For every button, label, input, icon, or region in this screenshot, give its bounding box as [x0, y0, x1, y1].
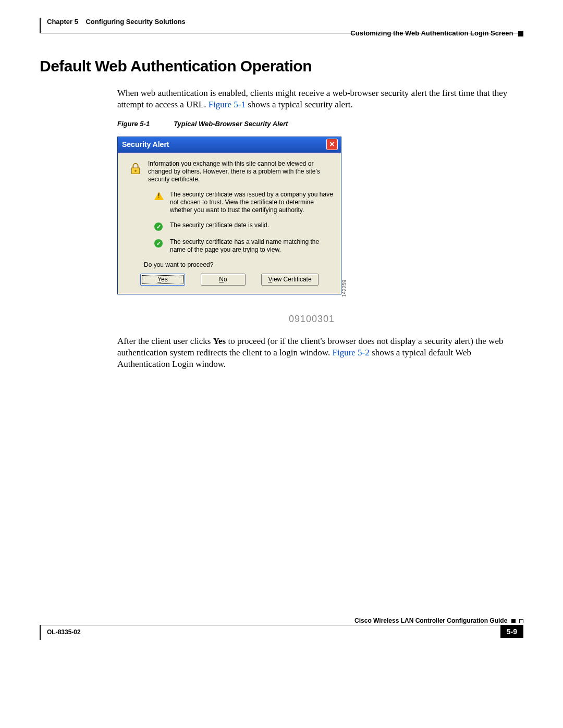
page-number: 5-9: [500, 625, 523, 638]
doc-id: OL-8335-02: [47, 628, 81, 636]
intro-paragraph: When web authentication is enabled, clie…: [117, 88, 521, 110]
dialog-main-text: Information you exchange with this site …: [146, 160, 334, 183]
check-icon: ✓: [144, 238, 165, 248]
chapter-label: Chapter 5: [47, 18, 78, 26]
para2-bold: Yes: [213, 336, 226, 346]
warning-icon: [144, 191, 165, 200]
figure-label: Figure 5-1: [117, 120, 150, 128]
header-left: Chapter 5 Configuring Security Solutions: [47, 18, 186, 26]
footer-left: OL-8335-02: [47, 628, 81, 636]
check-icon: ✓: [144, 221, 165, 231]
figure-caption: Figure 5-1Typical Web-Browser Security A…: [117, 120, 288, 128]
figure-title: Typical Web-Browser Security Alert: [174, 120, 288, 128]
footer-square-icon: [511, 619, 516, 623]
page-header: Chapter 5 Configuring Security Solutions…: [40, 18, 523, 33]
no-button[interactable]: No: [201, 274, 246, 286]
lock-icon: [125, 160, 146, 177]
dialog-ok2-row: ✓ The security certificate has a valid n…: [144, 238, 334, 254]
page-title: Default Web Authentication Operation: [40, 57, 312, 75]
security-alert-dialog: Security Alert × Information you exchang…: [117, 137, 341, 294]
dialog-proceed-text: Do you want to proceed?: [144, 261, 334, 268]
dialog-buttons: Yes No View Certificate: [125, 274, 334, 288]
close-icon: ×: [329, 140, 334, 149]
para1-post: shows a typical security alert.: [246, 100, 353, 109]
dialog-main-row: Information you exchange with this site …: [125, 160, 334, 183]
figure-5-2-link[interactable]: Figure 5-2: [332, 348, 369, 357]
para2-pre: After the client user clicks: [117, 336, 213, 346]
dialog-ok1-row: ✓ The security certificate date is valid…: [144, 221, 334, 231]
dialog-warn-row: The security certificate was issued by a…: [144, 191, 334, 214]
chapter-title: Configuring Security Solutions: [85, 18, 185, 26]
dialog-body: Information you exchange with this site …: [118, 153, 341, 294]
footer-right: Cisco Wireless LAN Controller Configurat…: [354, 617, 523, 624]
dialog-ok1-text: The security certificate date is valid.: [165, 221, 334, 229]
svg-point-1: [134, 170, 137, 172]
dialog-ok2-text: The security certificate has a valid nam…: [165, 238, 334, 254]
after-figure-paragraph: After the client user clicks Yes to proc…: [117, 336, 521, 370]
figure-watermark: 09100301: [289, 314, 335, 325]
guide-title: Cisco Wireless LAN Controller Configurat…: [354, 617, 507, 624]
footer-square-open-icon: [519, 619, 523, 623]
header-right: Customizing the Web Authentication Login…: [350, 29, 523, 37]
close-button[interactable]: ×: [326, 139, 338, 150]
figure-sidecode: 142259: [341, 280, 347, 297]
view-certificate-button[interactable]: View Certificate: [261, 274, 319, 286]
security-alert-figure: Security Alert × Information you exchang…: [117, 137, 346, 294]
header-square-icon: [518, 31, 523, 36]
yes-button[interactable]: Yes: [140, 274, 185, 286]
dialog-warn-text: The security certificate was issued by a…: [165, 191, 334, 214]
figure-5-1-link[interactable]: Figure 5-1: [209, 100, 246, 109]
footer-rule: [40, 625, 41, 640]
page-footer: Cisco Wireless LAN Controller Configurat…: [40, 625, 523, 639]
dialog-titlebar: Security Alert ×: [118, 137, 341, 153]
header-rule: [40, 18, 41, 33]
section-title: Customizing the Web Authentication Login…: [350, 29, 513, 37]
dialog-title: Security Alert: [122, 140, 169, 149]
